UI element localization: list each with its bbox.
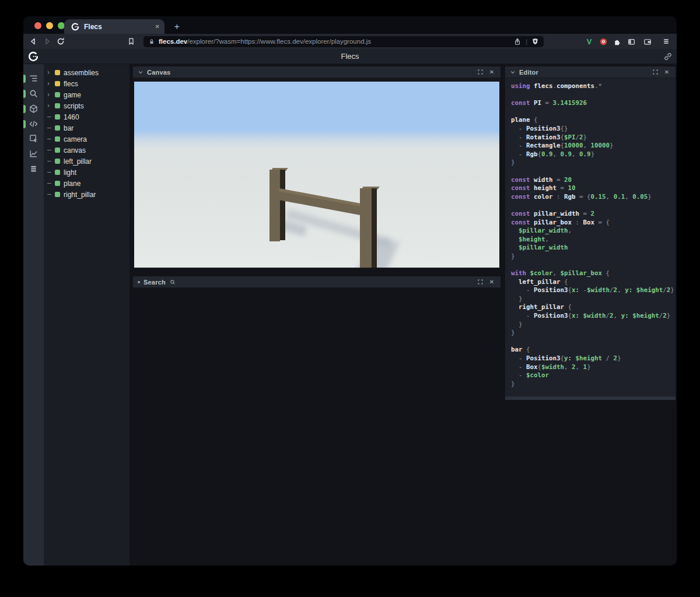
fullscreen-icon[interactable] bbox=[476, 278, 484, 286]
tree-item-label: game bbox=[64, 91, 81, 99]
entity-color-square bbox=[55, 148, 60, 153]
tree-item-bar[interactable]: –bar bbox=[44, 122, 130, 134]
bar-top bbox=[279, 188, 364, 207]
reload-button[interactable] bbox=[56, 37, 65, 46]
editor-panel-header: Editor ✕ bbox=[505, 66, 676, 78]
expand-chevron-icon[interactable]: › bbox=[47, 100, 54, 111]
extension-red-icon[interactable] bbox=[598, 36, 608, 47]
code-line: - $color bbox=[511, 371, 676, 380]
tree-item-label: 1460 bbox=[64, 113, 79, 121]
entity-color-square bbox=[55, 81, 60, 86]
entity-color-square bbox=[55, 181, 60, 186]
sidebar-toggle-icon[interactable] bbox=[626, 36, 636, 47]
right-pillar bbox=[360, 188, 372, 268]
code-line: - Rectangle{10000, 10000} bbox=[511, 142, 676, 150]
code-line: right_pillar { bbox=[511, 303, 676, 312]
traffic-lights bbox=[34, 22, 65, 29]
tree-item-label: left_pillar bbox=[64, 157, 92, 166]
rail-cube-icon[interactable] bbox=[23, 101, 44, 117]
wallet-icon[interactable] bbox=[642, 36, 653, 47]
window-close-button[interactable] bbox=[34, 22, 41, 29]
expand-chevron-icon[interactable]: › bbox=[47, 89, 54, 100]
tree-item-canvas[interactable]: –canvas bbox=[44, 145, 130, 156]
browser-tab-bar: Flecs ✕ ＋ bbox=[23, 16, 677, 34]
bookmark-icon[interactable] bbox=[127, 37, 136, 46]
expand-chevron-icon[interactable]: › bbox=[47, 67, 54, 78]
vue-devtools-icon[interactable]: V bbox=[584, 36, 594, 47]
search-icon bbox=[170, 279, 176, 285]
tree-item-assemblies[interactable]: ›assemblies bbox=[44, 67, 130, 78]
tree-item-left_pillar[interactable]: –left_pillar bbox=[44, 156, 130, 167]
entity-color-square bbox=[55, 159, 60, 164]
canvas-viewport[interactable] bbox=[133, 78, 501, 269]
close-panel-icon[interactable]: ✕ bbox=[488, 68, 496, 76]
tree-item-label: plane bbox=[64, 180, 80, 188]
tree-item-game[interactable]: ›game bbox=[44, 89, 130, 100]
tree-item-scripts[interactable]: ›scripts bbox=[44, 100, 130, 111]
collapse-chevron-icon[interactable] bbox=[510, 69, 516, 75]
menu-hamburger-icon[interactable] bbox=[661, 36, 671, 47]
entity-color-square bbox=[55, 70, 60, 75]
entity-color-square bbox=[55, 103, 60, 108]
leaf-dash-icon: – bbox=[47, 189, 54, 200]
rail-code-icon[interactable] bbox=[23, 117, 44, 132]
expand-chevron-icon[interactable]: › bbox=[47, 78, 54, 89]
share-icon[interactable] bbox=[513, 37, 522, 46]
leaf-dash-icon: – bbox=[47, 156, 54, 167]
close-panel-icon[interactable]: ✕ bbox=[663, 68, 671, 76]
share-link-icon[interactable] bbox=[663, 52, 673, 61]
rail-outline-tree-icon[interactable] bbox=[23, 71, 44, 86]
brave-shield-icon[interactable] bbox=[531, 37, 539, 45]
back-button[interactable] bbox=[29, 37, 38, 46]
code-line: - Rgb{0.9, 0.9, 0.9} bbox=[511, 150, 676, 159]
tree-item-light[interactable]: –light bbox=[44, 167, 130, 178]
browser-window: Flecs ✕ ＋ flecs.dev/explorer/?wasm=https… bbox=[23, 16, 677, 566]
forward-button[interactable] bbox=[43, 37, 52, 46]
rail-rows-icon[interactable] bbox=[23, 161, 44, 177]
tree-item-camera[interactable]: –camera bbox=[44, 134, 130, 145]
collapse-chevron-icon[interactable] bbox=[138, 69, 144, 75]
code-line: plane { bbox=[511, 116, 676, 125]
code-line bbox=[511, 338, 676, 346]
tree-item-label: camera bbox=[64, 135, 87, 143]
code-line: const width = 20 bbox=[511, 176, 676, 185]
browser-tab[interactable]: Flecs ✕ bbox=[64, 19, 164, 34]
code-line: - Position3{x: -$width/2, y: $height/2} bbox=[511, 286, 676, 295]
rail-inspector-icon[interactable] bbox=[23, 131, 44, 146]
fullscreen-icon[interactable] bbox=[476, 68, 484, 76]
code-editor[interactable]: using flecs.components.* const PI = 3.14… bbox=[505, 78, 676, 396]
leaf-dash-icon: – bbox=[47, 111, 54, 122]
code-line: } bbox=[511, 159, 676, 167]
tab-close-icon[interactable]: ✕ bbox=[155, 23, 160, 30]
extensions-puzzle-icon[interactable] bbox=[612, 36, 622, 47]
url-bar[interactable]: flecs.dev/explorer/?wasm=https://www.fle… bbox=[144, 36, 544, 47]
code-line: const color : Rgb = {0.15, 0.1, 0.05} bbox=[511, 193, 676, 202]
browser-toolbar: flecs.dev/explorer/?wasm=https://www.fle… bbox=[23, 34, 677, 49]
rail-search-icon[interactable] bbox=[23, 86, 44, 101]
editor-resize-grip[interactable] bbox=[505, 396, 676, 400]
new-tab-button[interactable]: ＋ bbox=[169, 19, 184, 34]
tree-item-plane[interactable]: –plane bbox=[44, 178, 130, 189]
tree-item-label: flecs bbox=[64, 80, 78, 88]
active-pill bbox=[23, 120, 26, 128]
entity-tree: ›assemblies›flecs›game›scripts–1460–bar–… bbox=[44, 64, 130, 566]
tree-item-right_pillar[interactable]: –right_pillar bbox=[44, 189, 130, 200]
code-line: - Box{$width, 2, 1} bbox=[511, 363, 676, 372]
fullscreen-icon[interactable] bbox=[651, 68, 659, 76]
app-header: Flecs bbox=[23, 49, 677, 64]
close-panel-icon[interactable]: ✕ bbox=[488, 278, 496, 286]
code-line: - Position3{x: $width/2, y: $height/2} bbox=[511, 312, 676, 321]
canvas-panel-title: Canvas bbox=[147, 69, 473, 76]
window-minimize-button[interactable] bbox=[46, 22, 53, 29]
leaf-dash-icon: – bbox=[47, 178, 54, 189]
rail-chart-icon[interactable] bbox=[23, 146, 44, 161]
tree-item-flecs[interactable]: ›flecs bbox=[44, 78, 130, 89]
lock-icon bbox=[148, 38, 155, 45]
url-path: /explorer/?wasm=https://www.flecs.dev/ex… bbox=[187, 38, 371, 45]
editor-code: using flecs.components.* const PI = 3.14… bbox=[505, 78, 676, 388]
tree-item-1460[interactable]: –1460 bbox=[44, 111, 130, 122]
code-line: const pillar_width = 2 bbox=[511, 210, 676, 219]
app-title: Flecs bbox=[23, 49, 677, 64]
code-line: const height = 10 bbox=[511, 184, 676, 193]
panel-dot-icon[interactable] bbox=[138, 281, 140, 283]
